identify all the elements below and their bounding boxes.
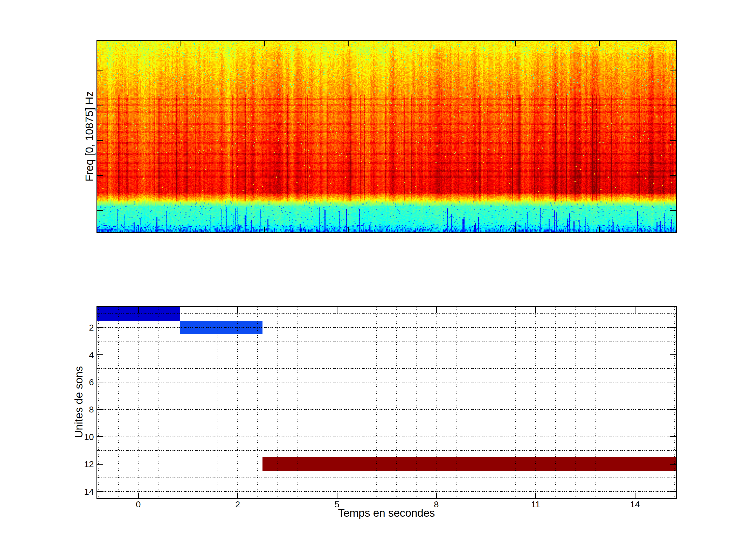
spectrogram-xtick: [348, 226, 349, 232]
y-gridline: [97, 478, 676, 478]
y-axis-tick: [670, 382, 676, 382]
spectrogram-ytick: [97, 106, 103, 106]
y-tick-label: 2: [68, 323, 94, 332]
x-tick-label: 11: [531, 500, 540, 509]
y-gridline: [97, 491, 676, 492]
y-tick-label: 4: [68, 350, 94, 359]
sound-units-ylabel: Unites de sons: [73, 366, 84, 438]
y-gridline: [97, 423, 676, 423]
spectrogram-xtick: [515, 226, 516, 232]
x-gridline: [396, 307, 397, 498]
y-gridline: [97, 382, 676, 382]
y-gridline: [97, 450, 676, 451]
spectrogram-xtick: [348, 41, 349, 46]
y-gridline: [97, 396, 676, 396]
spectrogram-xtick: [432, 41, 432, 46]
x-gridline: [118, 307, 119, 498]
y-axis-tick: [97, 436, 103, 437]
y-axis-tick: [97, 327, 103, 328]
x-gridline: [615, 307, 615, 498]
x-axis-tick: [337, 492, 337, 498]
x-tick-label: 2: [235, 500, 240, 509]
x-axis-tick: [436, 307, 437, 313]
y-axis-tick: [670, 409, 676, 410]
x-gridline: [198, 307, 198, 498]
y-gridline: [97, 464, 676, 464]
y-tick-label: 6: [68, 378, 94, 386]
y-axis-tick: [97, 491, 103, 492]
x-axis-tick: [337, 307, 337, 313]
y-gridline: [97, 436, 676, 437]
spectrogram-ytick: [97, 175, 103, 176]
x-gridline: [575, 307, 575, 498]
spectrogram-xtick: [181, 41, 181, 46]
spectrogram-xtick: [432, 226, 432, 232]
matlab-figure: Freq [0, 10875] Hz Unites de sons Temps …: [0, 0, 747, 560]
x-axis-tick: [237, 307, 238, 313]
x-gridline: [357, 307, 357, 498]
x-gridline: [635, 307, 635, 498]
x-gridline: [595, 307, 595, 498]
x-gridline: [178, 307, 178, 498]
x-gridline: [237, 307, 238, 498]
y-axis-tick: [97, 382, 103, 382]
spectrogram-ytick: [670, 210, 676, 211]
y-gridline: [97, 341, 676, 342]
spectrogram-axes: [97, 40, 677, 233]
x-gridline: [297, 307, 298, 498]
y-axis-tick: [97, 409, 103, 410]
x-tick-label: 14: [630, 500, 640, 509]
x-gridline: [98, 307, 99, 498]
spectrogram-ylabel: Freq [0, 10875] Hz: [84, 91, 95, 182]
x-axis-tick: [237, 492, 238, 498]
x-gridline: [337, 307, 337, 498]
y-axis-tick: [670, 436, 676, 437]
spectrogram-ytick: [670, 175, 676, 176]
x-tick-label: 8: [434, 500, 439, 509]
spectrogram-ytick: [670, 106, 676, 106]
x-gridline: [535, 307, 536, 498]
x-axis-tick: [138, 307, 139, 313]
x-gridline: [376, 307, 377, 498]
x-tick-label: 5: [335, 500, 339, 509]
spectrogram-xtick: [181, 226, 181, 232]
spectrogram-ytick: [97, 140, 103, 141]
y-axis-tick: [670, 354, 676, 355]
spectrogram-xtick: [264, 226, 265, 232]
y-gridline: [97, 409, 676, 410]
x-axis-tick: [138, 492, 139, 498]
x-axis-tick: [635, 307, 636, 313]
y-tick-label: 10: [68, 432, 94, 441]
y-axis-tick: [670, 464, 676, 464]
x-gridline: [217, 307, 218, 498]
spectrogram-ytick: [97, 210, 103, 211]
x-axis-tick: [535, 492, 536, 498]
spectrogram-xtick: [599, 41, 600, 46]
spectrogram-ytick: [670, 140, 676, 141]
x-gridline: [555, 307, 556, 498]
y-tick-label: 8: [68, 405, 94, 414]
x-gridline: [317, 307, 317, 498]
spectrogram-image: [97, 41, 676, 232]
x-gridline: [674, 307, 675, 498]
x-gridline: [138, 307, 138, 498]
x-gridline: [277, 307, 278, 498]
spectrogram-ytick: [97, 71, 103, 71]
y-tick-label: 12: [68, 460, 94, 469]
x-axis-tick: [535, 307, 536, 313]
spectrogram-ytick: [670, 71, 676, 71]
x-gridline: [496, 307, 496, 498]
y-axis-tick: [670, 327, 676, 328]
y-tick-label: 14: [68, 487, 94, 496]
y-gridline: [97, 327, 676, 328]
y-axis-tick: [670, 491, 676, 492]
y-gridline: [97, 368, 676, 369]
x-axis-tick: [436, 492, 437, 498]
y-gridline: [97, 355, 676, 355]
x-gridline: [655, 307, 655, 498]
y-gridline: [97, 314, 676, 314]
x-gridline: [456, 307, 457, 498]
x-gridline: [515, 307, 516, 498]
x-axis-tick: [635, 492, 636, 498]
sound-units-axes: [97, 306, 677, 499]
